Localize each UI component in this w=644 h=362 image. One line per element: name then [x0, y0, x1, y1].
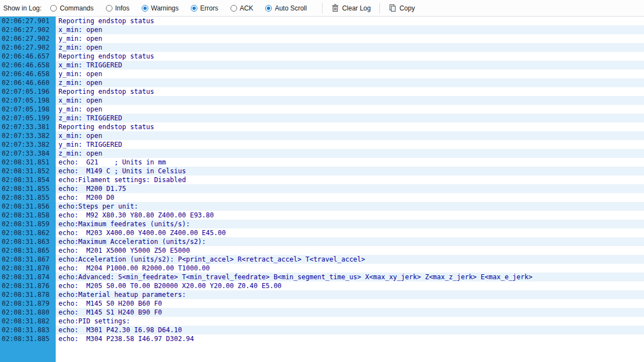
log-row: 02:08:31.874 echo:Advanced: S<min_feedra… [0, 273, 644, 281]
log-row: 02:07:33.382 y_min: TRIGGERED [0, 140, 644, 149]
log-row: 02:07:33.384 z_min: open [0, 149, 644, 158]
log-row: 02:06:46.657 Reporting endstop status [0, 52, 644, 61]
log-timestamp: 02:06:27.902 [0, 34, 56, 43]
log-message: y_min: open [56, 105, 644, 114]
log-toolbar: Show in Log: Commands Infos Warnings Err… [0, 0, 644, 17]
log-message: z_min: TRIGGERED [56, 114, 644, 123]
copy-label: Copy [399, 4, 415, 12]
toggle-warnings[interactable]: Warnings [142, 4, 179, 12]
log-row: 02:06:27.902 z_min: open [0, 43, 644, 52]
log-timestamp: 02:08:31.885 [0, 334, 56, 343]
log-row: 02:08:31.867 echo:Acceleration (units/s2… [0, 255, 644, 264]
log-timestamp: 02:07:05.196 [0, 87, 56, 96]
log-message: Reporting endstop status [56, 87, 644, 96]
log-message: x_min: open [56, 131, 644, 140]
log-timestamp: 02:06:46.658 [0, 61, 56, 70]
log-message: echo:Acceleration (units/s2): P<print_ac… [56, 255, 644, 264]
log-message: echo: M92 X80.30 Y80.80 Z400.00 E93.80 [56, 211, 644, 220]
clear-log-button[interactable]: Clear Log [328, 2, 374, 14]
log-timestamp: 02:06:46.660 [0, 78, 56, 87]
log-timestamp: 02:07:33.384 [0, 149, 56, 158]
log-message: echo:Maximum feedrates (units/s): [56, 220, 644, 228]
log-timestamp: 02:08:31.865 [0, 246, 56, 255]
log-row: 02:08:31.880 echo: M145 S1 H240 B90 F0 [0, 308, 644, 317]
log-timestamp: 02:08:31.882 [0, 317, 56, 326]
log-message: echo:Maximum Acceleration (units/s2): [56, 237, 644, 246]
log-row: 02:07:05.199 z_min: TRIGGERED [0, 114, 644, 123]
log-timestamp: 02:07:05.198 [0, 105, 56, 114]
log-row: 02:08:31.859 echo:Maximum feedrates (uni… [0, 220, 644, 228]
log-timestamp: 02:08:31.878 [0, 290, 56, 299]
log-message: echo: M149 C ; Units in Celsius [56, 167, 644, 175]
toggle-label: Errors [200, 4, 218, 12]
log-row: 02:08:31.854 echo:Filament settings: Dis… [0, 175, 644, 184]
log-row: 02:06:27.902 x_min: open [0, 25, 644, 34]
copy-button[interactable]: Copy [385, 2, 418, 14]
log-row: 02:07:05.198 y_min: open [0, 105, 644, 114]
log-message: y_min: open [56, 34, 644, 43]
toggle-label: ACK [240, 4, 254, 12]
log-output[interactable]: 02:06:27.901 Reporting endstop status 02… [0, 17, 644, 362]
log-row: 02:08:31.855 echo: M200 D1.75 [0, 184, 644, 193]
log-timestamp: 02:07:33.381 [0, 123, 56, 131]
toggle-label: Auto Scroll [275, 4, 307, 12]
clear-log-label: Clear Log [342, 4, 371, 12]
toggle-label: Warnings [151, 4, 179, 12]
log-row: 02:08:31.863 echo:Maximum Acceleration (… [0, 237, 644, 246]
toolbar-separator [379, 3, 380, 14]
log-row: 02:08:31.851 echo: G21 ; Units in mm [0, 158, 644, 167]
copy-icon [389, 4, 396, 12]
log-message: x_min: open [56, 25, 644, 34]
log-timestamp: 02:08:31.856 [0, 202, 56, 211]
log-row: 02:08:31.858 echo: M92 X80.30 Y80.80 Z40… [0, 211, 644, 220]
log-timestamp: 02:08:31.879 [0, 299, 56, 308]
log-row: 02:06:27.902 y_min: open [0, 34, 644, 43]
toggle-auto-scroll[interactable]: Auto Scroll [265, 4, 307, 12]
radio-icon [50, 5, 57, 12]
show-in-log-label: Show in Log: [3, 4, 41, 12]
log-row: 02:07:05.198 x_min: open [0, 96, 644, 105]
toggle-commands[interactable]: Commands [50, 4, 93, 12]
log-message: x_min: TRIGGERED [56, 61, 644, 70]
log-filter-toggles: Commands Infos Warnings Errors ACK Auto … [50, 4, 307, 12]
log-timestamp: 02:08:31.876 [0, 281, 56, 290]
log-message: echo:Advanced: S<min_feedrate> T<min_tra… [56, 273, 644, 281]
log-timestamp: 02:08:31.880 [0, 308, 56, 317]
log-timestamp: 02:06:46.657 [0, 52, 56, 61]
toggle-ack[interactable]: ACK [230, 4, 254, 12]
log-row: 02:08:31.856 echo:Steps per unit: [0, 202, 644, 211]
log-row: 02:08:31.862 echo: M203 X400.00 Y400.00 … [0, 228, 644, 237]
trash-icon [331, 4, 339, 12]
log-row: 02:08:31.870 echo: M204 P1000.00 R2000.0… [0, 264, 644, 273]
log-row: 02:06:27.901 Reporting endstop status [0, 17, 644, 25]
log-message: x_min: open [56, 96, 644, 105]
log-message: y_min: TRIGGERED [56, 140, 644, 149]
log-message: echo: M201 X5000 Y5000 Z50 E5000 [56, 246, 644, 255]
log-message: echo: M204 P1000.00 R2000.00 T1000.00 [56, 264, 644, 273]
log-timestamp: 02:06:27.902 [0, 25, 56, 34]
log-row: 02:08:31.883 echo: M301 P42.30 I6.98 D64… [0, 326, 644, 334]
log-message: z_min: open [56, 149, 644, 158]
toggle-label: Infos [115, 4, 130, 12]
log-row: 02:07:05.196 Reporting endstop status [0, 87, 644, 96]
toggle-infos[interactable]: Infos [106, 4, 130, 12]
log-row: 02:07:33.382 x_min: open [0, 131, 644, 140]
log-timestamp: 02:08:31.862 [0, 228, 56, 237]
log-message: echo:PID settings: [56, 317, 644, 326]
log-timestamp: 02:07:05.199 [0, 114, 56, 123]
log-row: 02:08:31.885 echo: M304 P238.58 I46.97 D… [0, 334, 644, 343]
log-message: echo: M145 S1 H240 B90 F0 [56, 308, 644, 317]
log-message: Reporting endstop status [56, 123, 644, 131]
log-row: 02:08:31.882 echo:PID settings: [0, 317, 644, 326]
log-timestamp: 02:08:31.855 [0, 184, 56, 193]
log-timestamp: 02:08:31.870 [0, 264, 56, 273]
log-message: echo: G21 ; Units in mm [56, 158, 644, 167]
log-timestamp: 02:08:31.883 [0, 326, 56, 334]
log-row: 02:08:31.855 echo: M200 D0 [0, 193, 644, 202]
log-timestamp: 02:08:31.852 [0, 167, 56, 175]
log-timestamp: 02:08:31.851 [0, 158, 56, 167]
toggle-errors[interactable]: Errors [191, 4, 218, 12]
log-timestamp: 02:08:31.855 [0, 193, 56, 202]
radio-icon [106, 5, 112, 12]
log-message: echo:Material heatup parameters: [56, 290, 644, 299]
